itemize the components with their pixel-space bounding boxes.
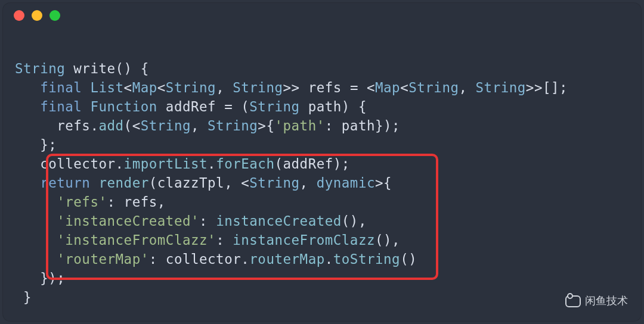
var-name: refs [57, 118, 90, 133]
punct: { [383, 175, 392, 191]
punct: () { [116, 61, 149, 76]
punct: (), [375, 232, 400, 248]
string-literal: 'refs' [57, 194, 107, 210]
window-titlebar [3, 3, 641, 28]
close-icon [14, 10, 24, 21]
code-line: String write() { [15, 61, 149, 76]
punct: []; [543, 80, 568, 95]
string-literal: 'path' [274, 118, 324, 133]
punct: } [23, 289, 32, 305]
code-line: }; [15, 137, 57, 152]
var-name: refs [124, 194, 157, 210]
code-line: return render(clazzTpl, <String, dynamic… [15, 175, 392, 191]
code-line: }); [15, 270, 65, 286]
code-line: final Function addRef = (String path) { [15, 99, 367, 114]
punct: ) { [342, 99, 367, 114]
type-token: String [208, 118, 258, 133]
var-name: path [342, 118, 375, 133]
type-token: String [408, 80, 459, 95]
fn-call: instanceFromClazz [233, 232, 375, 248]
type-token: List [90, 80, 123, 95]
type-token: String [15, 61, 65, 76]
type-token: dynamic [317, 175, 375, 191]
type-token: String [249, 175, 299, 191]
code-line: refs.add(<String, String>{'path': path})… [15, 118, 400, 133]
var-name: collector [166, 251, 241, 267]
string-literal: 'routerMap' [57, 251, 149, 267]
fn-name: write [73, 61, 115, 76]
string-literal: 'instanceFromClazz' [57, 232, 216, 248]
code-line: } [15, 289, 32, 305]
wechat-icon [565, 294, 580, 307]
zoom-icon [49, 10, 60, 21]
var-name: clazzTpl [157, 175, 224, 191]
string-literal: 'instanceCreated' [57, 213, 199, 229]
punct: ); [333, 156, 350, 172]
watermark-text: 闲鱼技术 [585, 294, 628, 308]
watermark: 闲鱼技术 [565, 294, 628, 308]
var-name: refs [308, 80, 342, 95]
param-name: path [308, 99, 342, 114]
code-line: final List<Map<String, String>> refs = <… [15, 80, 568, 95]
punct: (), [342, 213, 367, 229]
code-block: String write() { final List<Map<String, … [3, 28, 641, 321]
code-line: 'instanceCreated': instanceCreated(), [15, 213, 367, 229]
keyword: final [40, 80, 82, 95]
method: toString [333, 251, 400, 267]
property: importList [124, 156, 208, 172]
type-token: Map [132, 80, 157, 95]
var-name: collector [40, 156, 115, 172]
code-window: String write() { final List<Map<String, … [3, 3, 641, 321]
code-line: 'routerMap': collector.routerMap.toStrin… [15, 251, 417, 267]
keyword: final [40, 99, 82, 114]
punct: = [350, 80, 358, 95]
method: forEach [216, 156, 274, 172]
type-token: String [166, 80, 216, 95]
type-token: String [233, 80, 283, 95]
property: routerMap [249, 251, 324, 267]
punct: , [157, 194, 166, 210]
code-line: 'instanceFromClazz': instanceFromClazz()… [15, 232, 400, 248]
var-name: addRef [283, 156, 333, 172]
type-token: String [249, 99, 299, 114]
punct: = [224, 99, 233, 114]
punct: }; [40, 137, 57, 152]
type-token: Map [375, 80, 400, 95]
punct: }); [40, 270, 65, 286]
method: add [98, 118, 123, 133]
type-token: String [141, 118, 191, 133]
fn-call: instanceCreated [216, 213, 342, 229]
code-line: 'refs': refs, [15, 194, 166, 210]
type-token: String [476, 80, 526, 95]
var-name: addRef [166, 99, 216, 114]
fn-call: render [98, 175, 148, 191]
minimize-icon [32, 10, 42, 21]
punct: () [400, 251, 417, 267]
punct: ( [241, 99, 249, 114]
punct: }); [375, 118, 400, 133]
keyword: return [40, 175, 90, 191]
type-token: Function [90, 99, 157, 114]
code-line: collector.importList.forEach(addRef); [15, 156, 350, 172]
